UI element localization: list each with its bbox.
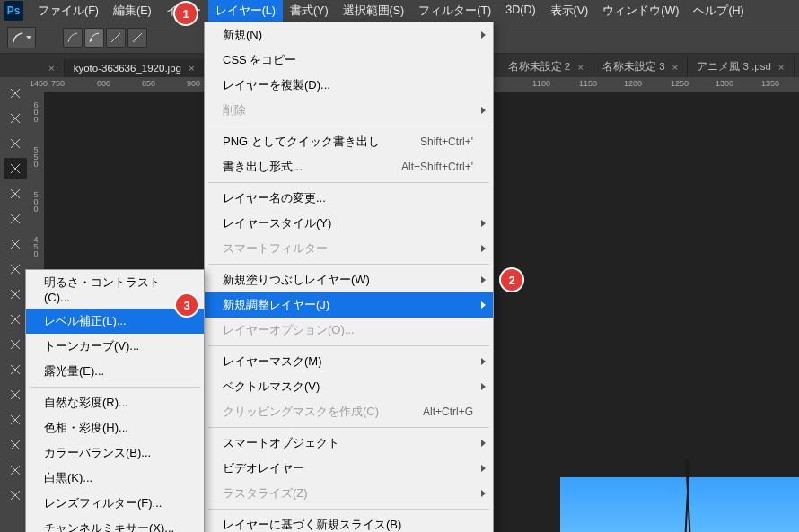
- annotation-badge-1: 1: [175, 3, 197, 24]
- menu-書式[interactable]: 書式(Y): [283, 0, 336, 22]
- chevron-right-icon: [481, 245, 486, 252]
- menu-編集[interactable]: 編集(E): [106, 0, 159, 22]
- type-tool-icon[interactable]: [4, 384, 27, 406]
- brush-mode-pencil-icon[interactable]: [127, 28, 147, 48]
- eyedropper-tool-icon[interactable]: [4, 208, 27, 230]
- stamp-tool-icon[interactable]: [4, 258, 27, 280]
- chevron-right-icon: [481, 220, 486, 227]
- hand-tool-icon[interactable]: [4, 459, 27, 481]
- menu-item[interactable]: トーンカーブ(V)...: [26, 334, 204, 359]
- menu-item: ラスタライズ(Z): [205, 481, 493, 506]
- menu-item-label: ビデオレイヤー: [223, 460, 304, 476]
- document-tab[interactable]: kyoto-363636_1920.jpg×: [65, 59, 205, 77]
- menu-item[interactable]: ビデオレイヤー: [205, 456, 493, 481]
- path-sel-tool-icon[interactable]: [4, 409, 27, 431]
- menu-item[interactable]: レイヤースタイル(Y): [205, 211, 493, 236]
- blur-tool-icon[interactable]: [4, 334, 27, 355]
- menu-item[interactable]: カラーバランス(B)...: [26, 440, 204, 466]
- menu-item[interactable]: レンズフィルター(F)...: [26, 491, 204, 516]
- document-tab[interactable]: アニメ風 3 .psd×: [688, 57, 794, 77]
- menu-item: スマートフィルター: [205, 236, 493, 261]
- brush-heal-tool-icon[interactable]: [4, 158, 27, 179]
- ruler-tick: 1100: [532, 79, 550, 88]
- menu-ヘルプ[interactable]: ヘルプ(H): [686, 0, 751, 22]
- menu-item[interactable]: レイヤーマスク(M): [205, 349, 493, 374]
- menu-ウィンドウ[interactable]: ウィンドウ(W): [595, 0, 686, 22]
- crop-tool-icon[interactable]: [4, 183, 27, 205]
- menu-item[interactable]: レイヤーに基づく新規スライス(B): [205, 512, 493, 532]
- document-tab[interactable]: ×: [32, 59, 65, 77]
- menu-item: 削除: [205, 98, 493, 123]
- menu-item[interactable]: 自然な彩度(R)...: [26, 390, 204, 415]
- gradient-tool-icon[interactable]: [4, 309, 27, 330]
- menu-item-label: ラスタライズ(Z): [223, 485, 308, 501]
- menu-item-label: 新規調整レイヤー(J): [223, 297, 329, 313]
- menu-item[interactable]: 書き出し形式...Alt+Shift+Ctrl+': [205, 154, 493, 179]
- svg-point-1: [133, 40, 136, 43]
- close-icon[interactable]: ×: [577, 62, 584, 73]
- menu-item[interactable]: レイヤー名の変更...: [205, 186, 493, 211]
- ruler-tick: 550: [31, 145, 40, 167]
- document-tab[interactable]: 名称未設定 3×: [593, 57, 688, 77]
- menu-item-label: 新規(N): [223, 27, 262, 43]
- ruler-tick: 450: [31, 235, 40, 257]
- close-icon[interactable]: ×: [189, 63, 195, 74]
- ruler-tick: 750: [51, 79, 65, 88]
- ruler-tick: 1300: [716, 79, 733, 88]
- menu-item[interactable]: CSS をコピー: [205, 48, 493, 73]
- menu-レイヤー[interactable]: レイヤー(L): [208, 0, 283, 22]
- menu-item: クリッピングマスクを作成(C)Alt+Ctrl+G: [205, 399, 493, 424]
- menu-3d[interactable]: 3D(D): [498, 0, 542, 22]
- ruler-tick: 1150: [579, 79, 597, 88]
- annotation-badge-3: 3: [176, 294, 198, 316]
- ruler-tick: 500: [31, 190, 40, 212]
- menu-item-label: 自然な彩度(R)...: [44, 395, 128, 411]
- menu-item-label: CSS をコピー: [223, 52, 296, 68]
- menu-item[interactable]: 新規塗りつぶしレイヤー(W): [205, 267, 493, 292]
- menu-item[interactable]: 新規(N): [205, 22, 493, 48]
- menu-ファイル[interactable]: ファイル(F): [31, 0, 106, 22]
- tool-preset-picker[interactable]: [7, 27, 36, 48]
- menu-選択範囲[interactable]: 選択範囲(S): [336, 0, 412, 22]
- menu-item-label: ベクトルマスク(V): [223, 379, 320, 395]
- brush-mode-smudge-icon[interactable]: [106, 28, 126, 48]
- eraser-tool-icon[interactable]: [4, 283, 27, 305]
- menu-item-label: レイヤーオプション(O)...: [223, 322, 355, 338]
- menu-フィルター[interactable]: フィルター(T): [411, 0, 498, 22]
- menu-item[interactable]: スマートオブジェクト: [205, 431, 493, 456]
- ruler-tick: 800: [97, 79, 110, 88]
- menu-item-label: 白黒(K)...: [44, 470, 92, 486]
- menu-item[interactable]: PNG としてクイック書き出しShift+Ctrl+': [205, 129, 493, 154]
- document-tab-label: 名称未設定 3: [602, 60, 665, 74]
- menu-item-label: スマートフィルター: [223, 240, 328, 257]
- pen-tool-icon[interactable]: [4, 359, 27, 380]
- menu-item[interactable]: レイヤーを複製(D)...: [205, 73, 493, 98]
- menu-item-label: レイヤースタイル(Y): [223, 215, 331, 231]
- shape-tool-icon[interactable]: [4, 434, 27, 456]
- menu-item[interactable]: 露光量(E)...: [26, 359, 204, 384]
- ruler-tick: 850: [142, 79, 155, 88]
- menu-item[interactable]: レベル補正(L)...: [26, 309, 204, 334]
- menu-item[interactable]: チャンネルミキサー(X)...: [26, 516, 204, 532]
- close-icon[interactable]: ×: [48, 63, 55, 74]
- close-icon[interactable]: ×: [778, 62, 785, 73]
- menu-表示[interactable]: 表示(V): [543, 0, 596, 22]
- chevron-right-icon: [481, 440, 486, 447]
- menu-item[interactable]: 白黒(K)...: [26, 466, 204, 491]
- move-tool-icon[interactable]: [4, 83, 27, 104]
- menu-item[interactable]: ベクトルマスク(V): [205, 374, 493, 399]
- menu-item[interactable]: 色相・彩度(H)...: [26, 415, 204, 440]
- ruler-tick: 1350: [761, 79, 779, 88]
- document-tab-label: 名称未設定 2: [508, 60, 571, 74]
- close-icon[interactable]: ×: [672, 62, 679, 73]
- zoom-tool-icon[interactable]: [4, 484, 27, 506]
- marquee-tool-icon[interactable]: [4, 108, 27, 129]
- menu-item[interactable]: 新規調整レイヤー(J): [205, 292, 493, 318]
- brush-mode-airbrush-icon[interactable]: [84, 28, 104, 48]
- brush-mode-normal-icon[interactable]: [63, 28, 83, 48]
- brush-tool-icon[interactable]: [4, 233, 27, 255]
- chevron-right-icon: [481, 358, 486, 365]
- menu-item-label: 書き出し形式...: [223, 159, 303, 175]
- lasso-tool-icon[interactable]: [4, 133, 27, 154]
- document-tab[interactable]: 名称未設定 2×: [499, 57, 593, 77]
